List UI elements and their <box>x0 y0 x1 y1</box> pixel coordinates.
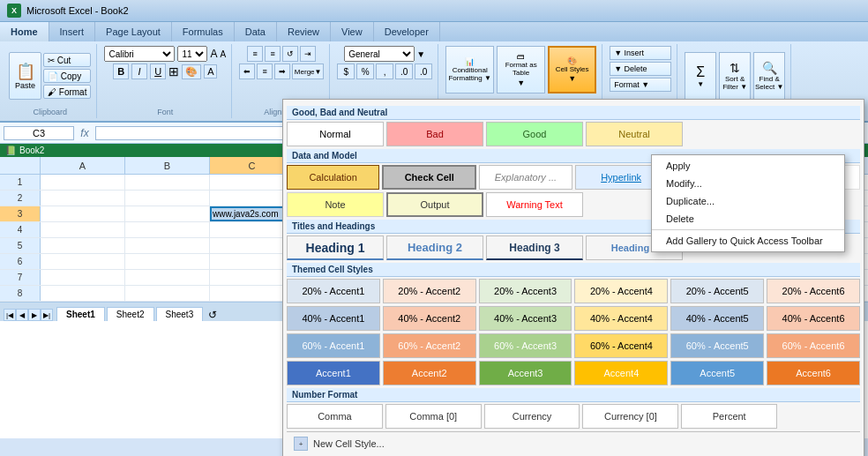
col-header-b[interactable]: B <box>125 157 210 174</box>
style-explanatory[interactable]: Explanatory ... <box>479 165 572 190</box>
sheet-add-icon[interactable]: ↺ <box>208 309 217 321</box>
align-left-button[interactable]: ⬅ <box>239 64 255 79</box>
cell-a5[interactable] <box>41 238 125 253</box>
style-comma0[interactable]: Comma [0] <box>385 404 482 429</box>
percent-button[interactable]: % <box>356 64 374 79</box>
cell-a3[interactable] <box>41 206 125 221</box>
new-cell-style-item[interactable]: + New Cell Style... <box>287 434 860 453</box>
row-header-3[interactable]: 3 <box>0 206 41 221</box>
cell-b6[interactable] <box>125 254 210 269</box>
currency-button[interactable]: $ <box>337 64 355 79</box>
style-accent6-60[interactable]: 60% - Accent6 <box>767 333 860 358</box>
style-accent2-60[interactable]: 60% - Accent2 <box>383 333 476 358</box>
name-box[interactable] <box>4 126 74 140</box>
row-header-2[interactable]: 2 <box>0 191 41 206</box>
style-heading1[interactable]: Heading 1 <box>287 235 384 260</box>
cell-a4[interactable] <box>41 222 125 237</box>
style-accent5[interactable]: Accent5 <box>670 361 764 385</box>
style-accent1-40[interactable]: 40% - Accent1 <box>287 306 380 331</box>
row-header-1[interactable]: 1 <box>0 175 41 190</box>
insert-cells-button[interactable]: ▼ Insert <box>610 46 671 60</box>
decrease-decimal-button[interactable]: .0 <box>415 64 432 79</box>
tab-developer[interactable]: Developer <box>374 22 440 41</box>
sheet-tab-3[interactable]: Sheet3 <box>156 307 204 321</box>
style-accent4-40[interactable]: 40% - Accent4 <box>574 306 668 331</box>
cut-button[interactable]: ✂ Cut <box>43 53 91 67</box>
tab-formulas[interactable]: Formulas <box>172 22 235 41</box>
comma-button[interactable]: , <box>376 64 393 79</box>
style-accent1[interactable]: Accent1 <box>287 361 380 385</box>
border-icon[interactable]: ⊞ <box>168 64 179 78</box>
style-warning[interactable]: Warning Text <box>486 192 583 217</box>
cell-a2[interactable] <box>41 191 125 206</box>
style-output[interactable]: Output <box>386 192 483 217</box>
format-painter-button[interactable]: 🖌 Format <box>43 85 91 99</box>
style-bad[interactable]: Bad <box>386 122 483 146</box>
style-accent1-20[interactable]: 20% - Accent1 <box>287 279 380 303</box>
number-format-select[interactable]: General <box>344 46 415 62</box>
row-header-6[interactable]: 6 <box>0 254 41 269</box>
context-apply[interactable]: Apply <box>652 157 844 175</box>
row-header-7[interactable]: 7 <box>0 270 41 285</box>
format-cells-button[interactable]: Format ▼ <box>610 78 671 92</box>
copy-button[interactable]: 📄 Copy <box>43 69 91 83</box>
context-duplicate[interactable]: Duplicate... <box>652 192 844 210</box>
align-top-right-button[interactable]: ↺ <box>282 46 298 62</box>
style-accent2[interactable]: Accent2 <box>383 361 476 385</box>
font-size-select[interactable]: 11 <box>177 46 207 62</box>
wrap-text-button[interactable]: ⇥ <box>300 46 316 62</box>
find-select-button[interactable]: 🔍 Find & Select ▼ <box>753 52 785 100</box>
context-modify[interactable]: Modify... <box>652 175 844 192</box>
merge-center-button[interactable]: Merge▼ <box>292 64 324 79</box>
cell-b4[interactable] <box>125 222 210 237</box>
style-accent5-40[interactable]: 40% - Accent5 <box>670 306 764 331</box>
context-delete[interactable]: Delete <box>652 210 844 228</box>
tab-view[interactable]: View <box>331 22 374 41</box>
style-note[interactable]: Note <box>287 192 384 217</box>
style-accent1-60[interactable]: 60% - Accent1 <box>287 333 380 358</box>
tab-page-layout[interactable]: Page Layout <box>95 22 172 41</box>
number-dropdown-icon[interactable]: ▼ <box>416 49 425 59</box>
font-color-icon[interactable]: A <box>204 64 217 78</box>
cell-b1[interactable] <box>125 175 210 190</box>
underline-button[interactable]: U <box>150 64 166 79</box>
context-add-gallery[interactable]: Add Gallery to Quick Access Toolbar <box>652 232 844 250</box>
sort-filter-button[interactable]: ⇅ Sort & Filter ▼ <box>719 52 751 100</box>
style-comma[interactable]: Comma <box>287 404 383 429</box>
style-accent4[interactable]: Accent4 <box>574 361 668 385</box>
font-family-select[interactable]: Calibri <box>104 46 175 62</box>
sheet-scroll-next[interactable]: ▶ <box>28 309 41 321</box>
align-top-left-button[interactable]: ≡ <box>247 46 263 62</box>
tab-home[interactable]: Home <box>0 22 49 41</box>
tab-data[interactable]: Data <box>235 22 277 41</box>
style-accent6-20[interactable]: 20% - Accent6 <box>767 279 860 303</box>
row-header-8[interactable]: 8 <box>0 286 41 301</box>
sheet-scroll-prev[interactable]: ◀ <box>16 309 28 321</box>
align-top-center-button[interactable]: ≡ <box>265 46 281 62</box>
col-header-a[interactable]: A <box>41 157 125 174</box>
style-good[interactable]: Good <box>486 122 583 146</box>
style-neutral[interactable]: Neutral <box>586 122 683 146</box>
conditional-formatting-button[interactable]: 📊 Conditional Formatting ▼ <box>445 46 494 93</box>
format-as-table-button[interactable]: 🗃 Format as Table ▼ <box>497 46 545 93</box>
style-currency0[interactable]: Currency [0] <box>582 404 678 429</box>
cell-b2[interactable] <box>125 191 210 206</box>
style-accent5-60[interactable]: 60% - Accent5 <box>670 333 764 358</box>
style-normal[interactable]: Normal <box>287 122 384 146</box>
style-accent3-40[interactable]: 40% - Accent3 <box>479 306 572 331</box>
row-header-5[interactable]: 5 <box>0 238 41 253</box>
style-accent4-60[interactable]: 60% - Accent4 <box>574 333 668 358</box>
row-header-4[interactable]: 4 <box>0 222 41 237</box>
font-grow-icon[interactable]: A <box>210 48 217 60</box>
cell-b8[interactable] <box>125 286 210 301</box>
cell-a7[interactable] <box>41 270 125 285</box>
font-shrink-icon[interactable]: A <box>220 49 226 59</box>
style-accent5-20[interactable]: 20% - Accent5 <box>670 279 764 303</box>
cell-a1[interactable] <box>41 175 125 190</box>
cell-a6[interactable] <box>41 254 125 269</box>
autosum-button[interactable]: Σ ▼ <box>685 52 716 100</box>
increase-decimal-button[interactable]: .0 <box>395 64 413 79</box>
style-accent3-60[interactable]: 60% - Accent3 <box>479 333 572 358</box>
fill-color-icon[interactable]: 🎨 <box>182 64 201 79</box>
bold-button[interactable]: B <box>113 64 129 79</box>
